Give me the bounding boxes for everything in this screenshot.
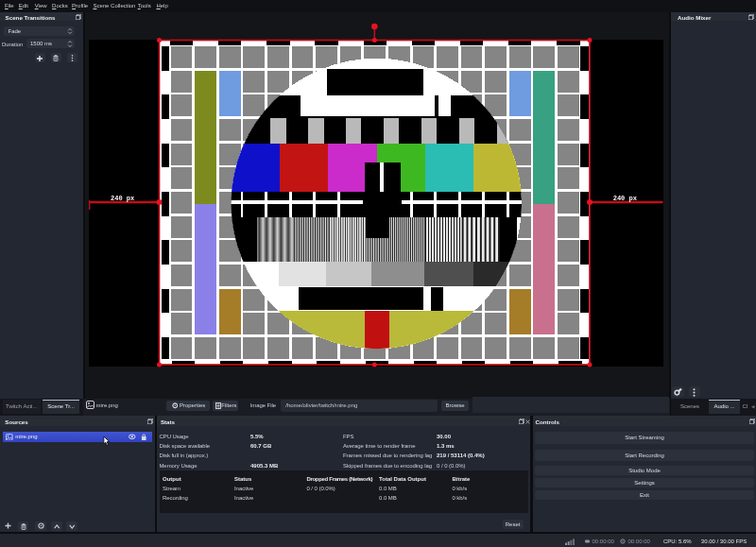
svg-text:240 px: 240 px [613,195,638,202]
svg-text:240 px: 240 px [111,195,135,202]
